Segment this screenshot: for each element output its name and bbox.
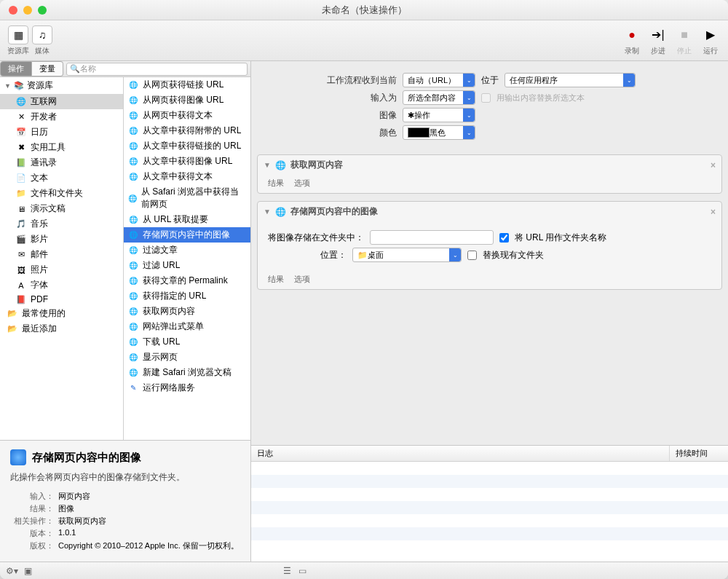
action-row[interactable]: 🌐从网页获得链接 URL — [124, 77, 250, 92]
category-icon: 🖼 — [16, 265, 26, 275]
sidebar-item-12[interactable]: A字体 — [0, 277, 123, 293]
category-icon: 📅 — [16, 127, 26, 138]
footer: ⚙▾ ▣ ☰ ▭ — [0, 562, 728, 579]
action-row[interactable]: 🌐新建 Safari 浏览器文稿 — [124, 365, 250, 380]
sidebar-extra-1[interactable]: 📂最近添加 — [0, 321, 123, 336]
step-close-button[interactable]: × — [711, 160, 716, 170]
search-input[interactable]: 🔍 名称 — [66, 63, 248, 76]
library-button[interactable]: ▦ — [8, 25, 28, 44]
folder-icon: 📂 — [7, 309, 17, 319]
action-row[interactable]: 🌐从 URL 获取提要 — [124, 212, 250, 227]
sidebar-item-11[interactable]: 🖼照片 — [0, 262, 123, 277]
globe-icon: 🌐 — [128, 322, 138, 332]
cfg-receives-select[interactable]: 自动（URL）⌄ — [403, 73, 475, 87]
action-row[interactable]: 🌐过滤 URL — [124, 258, 250, 273]
action-row[interactable]: ✎运行网络服务 — [124, 380, 250, 395]
action-row[interactable]: 🌐网站弹出式菜单 — [124, 319, 250, 334]
globe-icon: 🌐 — [128, 172, 138, 182]
cfg-located-select[interactable]: 任何应用程序⌄ — [505, 73, 636, 87]
disclosure-icon[interactable]: ▼ — [264, 208, 271, 216]
category-icon: 📁 — [16, 189, 26, 199]
cfg-color-select[interactable]: 黑色⌄ — [403, 125, 475, 140]
workspace: 工作流程收到当前 自动（URL）⌄ 位于 任何应用程序⌄ 输入为 所选全部内容⌄… — [251, 61, 728, 562]
action-row[interactable]: 🌐获得指定的 URL — [124, 288, 250, 304]
media-label: 媒体 — [35, 46, 50, 56]
action-list: 🌐从网页获得链接 URL🌐从网页获得图像 URL🌐从网页中获得文本🌐从文章中获得… — [124, 77, 250, 440]
library-root[interactable]: ▼📚资源库 — [0, 77, 123, 94]
view-grid-icon[interactable]: ▭ — [298, 566, 306, 576]
cfg-color-label: 颜色 — [266, 127, 397, 139]
sidebar-item-13[interactable]: 📕PDF — [0, 293, 123, 306]
step2-folder-input[interactable] — [370, 230, 494, 245]
cfg-input-label: 输入为 — [266, 92, 397, 104]
sidebar-item-3[interactable]: ✖实用工具 — [0, 140, 123, 155]
action-row[interactable]: 🌐显示网页 — [124, 350, 250, 365]
step-save-images: ▼🌐存储网页内容中的图像× 将图像存储在文件夹中： 将 URL 用作文件夹名称 … — [257, 201, 722, 290]
log-col-message[interactable]: 日志 — [251, 446, 670, 461]
sidebar-item-6[interactable]: 📁文件和文件夹 — [0, 186, 123, 201]
cfg-image-label: 图像 — [266, 109, 397, 122]
action-row[interactable]: 🌐从文章中获得附带的 URL — [124, 123, 250, 138]
detail-description: 此操作会将网页内容中的图像存储到文件夹。 — [10, 471, 240, 484]
cfg-located-label: 位于 — [481, 74, 499, 87]
folder-icon: 📂 — [7, 324, 17, 334]
view-list-icon[interactable]: ☰ — [283, 566, 291, 576]
globe-icon: 🌐 — [128, 193, 137, 203]
tab-actions[interactable]: 操作 — [0, 61, 32, 76]
sidebar-item-9[interactable]: 🎬影片 — [0, 232, 123, 247]
action-row[interactable]: 🌐获取网页内容 — [124, 304, 250, 319]
sidebar-item-2[interactable]: 📅日历 — [0, 125, 123, 140]
cfg-input-select[interactable]: 所选全部内容⌄ — [403, 90, 475, 105]
step2-options[interactable]: 选项 — [294, 274, 310, 285]
step2-replace-checkbox[interactable] — [467, 251, 477, 260]
cfg-image-select[interactable]: ✱ 操作⌄ — [403, 108, 475, 122]
sidebar-item-0[interactable]: 🌐互联网 — [0, 94, 123, 109]
action-row[interactable]: 🌐获得文章的 Permalink — [124, 273, 250, 288]
step2-result[interactable]: 结果 — [268, 274, 284, 285]
globe-icon: 🌐 — [128, 291, 138, 302]
category-list: ▼📚资源库 🌐互联网✕开发者📅日历✖实用工具📗通讯录📄文本📁文件和文件夹🖥演示文… — [0, 77, 124, 440]
stop-label: 停止 — [677, 46, 692, 56]
stop-small-icon[interactable]: ▣ — [24, 566, 32, 576]
gear-icon[interactable]: ⚙▾ — [6, 566, 18, 576]
globe-icon: 🌐 — [128, 261, 138, 271]
workflow-steps: ▼🌐获取网页内容× 结果选项 ▼🌐存储网页内容中的图像× 将图像存储在文件夹中：… — [251, 151, 728, 445]
globe-icon: 🌐 — [128, 126, 138, 136]
globe-icon: 🌐 — [128, 337, 138, 347]
category-icon: ✕ — [16, 112, 26, 122]
sidebar-item-10[interactable]: ✉邮件 — [0, 247, 123, 262]
sidebar-extra-0[interactable]: 📂最常使用的 — [0, 306, 123, 321]
action-row[interactable]: 🌐从 Safari 浏览器中获得当前网页 — [124, 184, 250, 212]
action-row[interactable]: 🌐从文章中获得文本 — [124, 169, 250, 184]
log-pane: 日志 持续时间 — [251, 445, 728, 562]
step-button[interactable]: ➔| — [648, 25, 668, 44]
sidebar-item-4[interactable]: 📗通讯录 — [0, 155, 123, 170]
action-row[interactable]: 🌐下载 URL — [124, 334, 250, 350]
cfg-replace-label: 用输出内容替换所选文本 — [496, 92, 585, 103]
sidebar-item-1[interactable]: ✕开发者 — [0, 109, 123, 125]
step1-result[interactable]: 结果 — [268, 178, 284, 189]
action-row[interactable]: 🌐从网页中获得文本 — [124, 108, 250, 123]
disclosure-icon[interactable]: ▼ — [264, 161, 271, 169]
step2-savein-label: 将图像存储在文件夹中： — [268, 232, 364, 244]
sidebar-item-8[interactable]: 🎵音乐 — [0, 216, 123, 232]
record-button[interactable]: ● — [622, 25, 642, 44]
step2-location-select[interactable]: 📁 桌面⌄ — [352, 248, 462, 262]
sidebar-item-5[interactable]: 📄文本 — [0, 170, 123, 186]
step-close-button[interactable]: × — [711, 207, 716, 217]
log-col-duration[interactable]: 持续时间 — [670, 446, 728, 461]
action-row[interactable]: 🌐存储网页内容中的图像 — [124, 227, 250, 243]
run-button[interactable]: ▶ — [700, 25, 721, 44]
action-row[interactable]: 🌐过滤文章 — [124, 243, 250, 258]
sidebar-item-7[interactable]: 🖥演示文稿 — [0, 201, 123, 216]
media-button[interactable]: ♫ — [32, 25, 52, 44]
tab-variables[interactable]: 变量 — [32, 61, 63, 76]
record-label: 录制 — [625, 46, 639, 56]
stop-button[interactable]: ■ — [674, 25, 695, 44]
step1-options[interactable]: 选项 — [294, 178, 310, 189]
action-row[interactable]: 🌐从文章中获得图像 URL — [124, 154, 250, 169]
step2-use-url-checkbox[interactable] — [499, 233, 509, 243]
globe-icon: 🌐 — [128, 230, 138, 240]
action-row[interactable]: 🌐从网页获得图像 URL — [124, 92, 250, 108]
action-row[interactable]: 🌐从文章中获得链接的 URL — [124, 138, 250, 154]
